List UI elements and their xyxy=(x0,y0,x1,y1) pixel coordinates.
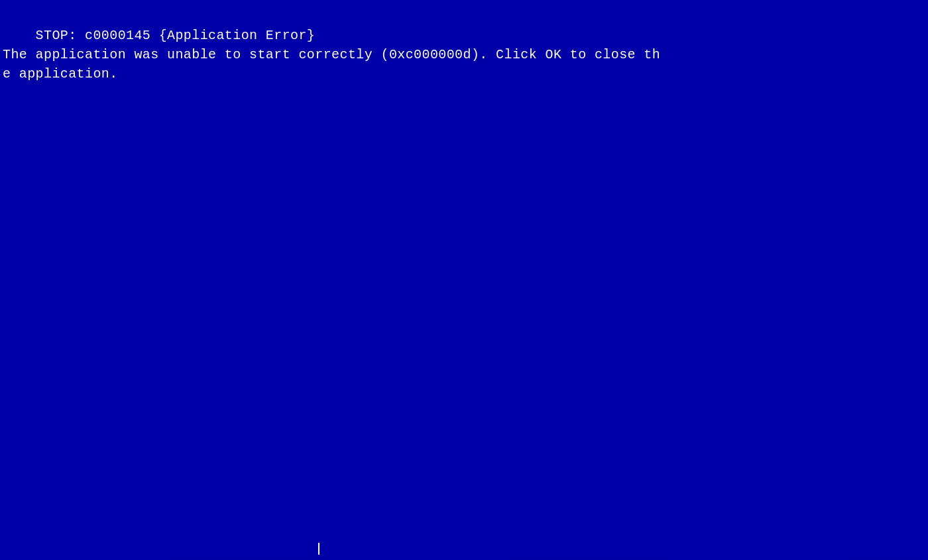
text-cursor xyxy=(318,543,319,555)
error-line-3: e application. xyxy=(3,66,118,82)
error-text-block: STOP: c0000145 {Application Error} The a… xyxy=(3,7,660,103)
bsod-screen: STOP: c0000145 {Application Error} The a… xyxy=(0,0,928,560)
error-line-2: The application was unable to start corr… xyxy=(3,47,660,62)
error-line-1: STOP: c0000145 {Application Error} xyxy=(36,28,316,43)
